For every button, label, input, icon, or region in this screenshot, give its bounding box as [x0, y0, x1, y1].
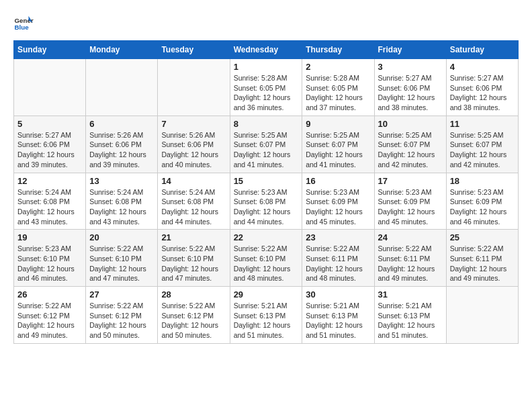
- calendar-cell: [14, 59, 86, 116]
- day-info: Sunrise: 5:25 AM Sunset: 6:07 PM Dayligh…: [450, 130, 515, 170]
- day-number: 2: [306, 62, 370, 72]
- calendar-header-row: SundayMondayTuesdayWednesdayThursdayFrid…: [14, 41, 519, 59]
- calendar-cell: 17Sunrise: 5:23 AM Sunset: 6:09 PM Dayli…: [374, 173, 446, 230]
- day-info: Sunrise: 5:26 AM Sunset: 6:06 PM Dayligh…: [89, 130, 154, 170]
- calendar-cell: 21Sunrise: 5:22 AM Sunset: 6:10 PM Dayli…: [158, 230, 230, 287]
- calendar-cell: [158, 59, 230, 116]
- calendar-cell: 2Sunrise: 5:28 AM Sunset: 6:05 PM Daylig…: [302, 59, 374, 116]
- day-info: Sunrise: 5:22 AM Sunset: 6:12 PM Dayligh…: [17, 301, 82, 340]
- calendar-cell: 12Sunrise: 5:24 AM Sunset: 6:08 PM Dayli…: [14, 173, 86, 230]
- column-header-sunday: Sunday: [14, 41, 86, 59]
- day-number: 28: [161, 289, 226, 300]
- day-info: Sunrise: 5:28 AM Sunset: 6:05 PM Dayligh…: [234, 73, 299, 113]
- day-number: 20: [89, 232, 154, 242]
- day-info: Sunrise: 5:21 AM Sunset: 6:13 PM Dayligh…: [234, 301, 299, 340]
- day-number: 15: [234, 176, 299, 186]
- day-info: Sunrise: 5:27 AM Sunset: 6:06 PM Dayligh…: [378, 73, 443, 113]
- calendar-cell: 16Sunrise: 5:23 AM Sunset: 6:09 PM Dayli…: [302, 173, 374, 230]
- day-info: Sunrise: 5:23 AM Sunset: 6:09 PM Dayligh…: [450, 187, 515, 227]
- day-info: Sunrise: 5:22 AM Sunset: 6:11 PM Dayligh…: [306, 244, 370, 283]
- day-info: Sunrise: 5:24 AM Sunset: 6:08 PM Dayligh…: [161, 187, 226, 227]
- day-info: Sunrise: 5:22 AM Sunset: 6:12 PM Dayligh…: [161, 301, 226, 340]
- calendar-cell: [446, 287, 518, 344]
- day-info: Sunrise: 5:25 AM Sunset: 6:07 PM Dayligh…: [234, 130, 299, 170]
- calendar-cell: 5Sunrise: 5:27 AM Sunset: 6:06 PM Daylig…: [14, 116, 86, 173]
- day-number: 7: [161, 119, 226, 129]
- page-header: General Blue: [13, 13, 519, 34]
- calendar-cell: 8Sunrise: 5:25 AM Sunset: 6:07 PM Daylig…: [230, 116, 302, 173]
- calendar-cell: 11Sunrise: 5:25 AM Sunset: 6:07 PM Dayli…: [446, 116, 518, 173]
- day-info: Sunrise: 5:23 AM Sunset: 6:10 PM Dayligh…: [17, 244, 82, 283]
- calendar-cell: 18Sunrise: 5:23 AM Sunset: 6:09 PM Dayli…: [446, 173, 518, 230]
- day-info: Sunrise: 5:25 AM Sunset: 6:07 PM Dayligh…: [306, 130, 370, 170]
- day-number: 31: [378, 289, 443, 300]
- day-info: Sunrise: 5:22 AM Sunset: 6:11 PM Dayligh…: [378, 244, 443, 283]
- day-info: Sunrise: 5:27 AM Sunset: 6:06 PM Dayligh…: [450, 73, 515, 113]
- calendar-table: SundayMondayTuesdayWednesdayThursdayFrid…: [13, 40, 519, 344]
- logo-icon: General Blue: [13, 13, 34, 34]
- column-header-friday: Friday: [374, 41, 446, 59]
- day-number: 21: [161, 232, 226, 242]
- day-number: 24: [378, 232, 443, 242]
- day-info: Sunrise: 5:28 AM Sunset: 6:05 PM Dayligh…: [306, 73, 370, 113]
- day-number: 26: [17, 289, 82, 300]
- calendar-cell: 31Sunrise: 5:21 AM Sunset: 6:13 PM Dayli…: [374, 287, 446, 344]
- day-info: Sunrise: 5:27 AM Sunset: 6:06 PM Dayligh…: [17, 130, 82, 170]
- day-info: Sunrise: 5:22 AM Sunset: 6:10 PM Dayligh…: [161, 244, 226, 283]
- day-info: Sunrise: 5:22 AM Sunset: 6:10 PM Dayligh…: [89, 244, 154, 283]
- day-number: 25: [450, 232, 515, 242]
- day-info: Sunrise: 5:24 AM Sunset: 6:08 PM Dayligh…: [17, 187, 82, 227]
- column-header-saturday: Saturday: [446, 41, 518, 59]
- day-number: 8: [234, 119, 299, 129]
- day-number: 19: [17, 232, 82, 242]
- column-header-wednesday: Wednesday: [230, 41, 302, 59]
- column-header-thursday: Thursday: [302, 41, 374, 59]
- day-number: 13: [89, 176, 154, 186]
- calendar-cell: 29Sunrise: 5:21 AM Sunset: 6:13 PM Dayli…: [230, 287, 302, 344]
- calendar-cell: 23Sunrise: 5:22 AM Sunset: 6:11 PM Dayli…: [302, 230, 374, 287]
- calendar-cell: 1Sunrise: 5:28 AM Sunset: 6:05 PM Daylig…: [230, 59, 302, 116]
- day-info: Sunrise: 5:24 AM Sunset: 6:08 PM Dayligh…: [89, 187, 154, 227]
- day-number: 12: [17, 176, 82, 186]
- calendar-cell: 15Sunrise: 5:23 AM Sunset: 6:08 PM Dayli…: [230, 173, 302, 230]
- calendar-cell: 25Sunrise: 5:22 AM Sunset: 6:11 PM Dayli…: [446, 230, 518, 287]
- day-number: 3: [378, 62, 443, 72]
- day-info: Sunrise: 5:21 AM Sunset: 6:13 PM Dayligh…: [378, 301, 443, 340]
- day-number: 16: [306, 176, 370, 186]
- calendar-week-row: 19Sunrise: 5:23 AM Sunset: 6:10 PM Dayli…: [14, 230, 519, 287]
- day-number: 6: [89, 119, 154, 129]
- column-header-monday: Monday: [86, 41, 158, 59]
- day-info: Sunrise: 5:21 AM Sunset: 6:13 PM Dayligh…: [306, 301, 370, 340]
- calendar-cell: 19Sunrise: 5:23 AM Sunset: 6:10 PM Dayli…: [14, 230, 86, 287]
- day-number: 22: [234, 232, 299, 242]
- calendar-cell: 7Sunrise: 5:26 AM Sunset: 6:06 PM Daylig…: [158, 116, 230, 173]
- day-info: Sunrise: 5:23 AM Sunset: 6:09 PM Dayligh…: [378, 187, 443, 227]
- calendar-cell: 3Sunrise: 5:27 AM Sunset: 6:06 PM Daylig…: [374, 59, 446, 116]
- day-number: 23: [306, 232, 370, 242]
- calendar-cell: 4Sunrise: 5:27 AM Sunset: 6:06 PM Daylig…: [446, 59, 518, 116]
- day-number: 9: [306, 119, 370, 129]
- day-number: 18: [450, 176, 515, 186]
- calendar-cell: 28Sunrise: 5:22 AM Sunset: 6:12 PM Dayli…: [158, 287, 230, 344]
- logo: General Blue: [13, 13, 36, 34]
- svg-text:Blue: Blue: [15, 24, 30, 31]
- day-info: Sunrise: 5:23 AM Sunset: 6:08 PM Dayligh…: [234, 187, 299, 227]
- day-info: Sunrise: 5:22 AM Sunset: 6:11 PM Dayligh…: [450, 244, 515, 283]
- calendar-cell: 20Sunrise: 5:22 AM Sunset: 6:10 PM Dayli…: [86, 230, 158, 287]
- day-number: 27: [89, 289, 154, 300]
- day-info: Sunrise: 5:23 AM Sunset: 6:09 PM Dayligh…: [306, 187, 370, 227]
- calendar-cell: 9Sunrise: 5:25 AM Sunset: 6:07 PM Daylig…: [302, 116, 374, 173]
- calendar-cell: 13Sunrise: 5:24 AM Sunset: 6:08 PM Dayli…: [86, 173, 158, 230]
- day-number: 17: [378, 176, 443, 186]
- day-info: Sunrise: 5:26 AM Sunset: 6:06 PM Dayligh…: [161, 130, 226, 170]
- calendar-cell: 14Sunrise: 5:24 AM Sunset: 6:08 PM Dayli…: [158, 173, 230, 230]
- calendar-week-row: 5Sunrise: 5:27 AM Sunset: 6:06 PM Daylig…: [14, 116, 519, 173]
- day-info: Sunrise: 5:22 AM Sunset: 6:10 PM Dayligh…: [234, 244, 299, 283]
- calendar-cell: 27Sunrise: 5:22 AM Sunset: 6:12 PM Dayli…: [86, 287, 158, 344]
- calendar-cell: 22Sunrise: 5:22 AM Sunset: 6:10 PM Dayli…: [230, 230, 302, 287]
- calendar-week-row: 1Sunrise: 5:28 AM Sunset: 6:05 PM Daylig…: [14, 59, 519, 116]
- calendar-cell: 6Sunrise: 5:26 AM Sunset: 6:06 PM Daylig…: [86, 116, 158, 173]
- day-info: Sunrise: 5:22 AM Sunset: 6:12 PM Dayligh…: [89, 301, 154, 340]
- calendar-cell: 10Sunrise: 5:25 AM Sunset: 6:07 PM Dayli…: [374, 116, 446, 173]
- calendar-week-row: 12Sunrise: 5:24 AM Sunset: 6:08 PM Dayli…: [14, 173, 519, 230]
